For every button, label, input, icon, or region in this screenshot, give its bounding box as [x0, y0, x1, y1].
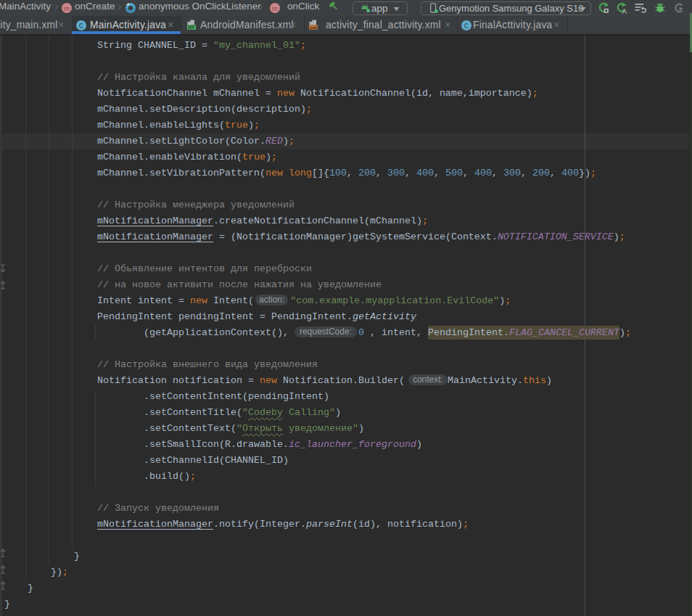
svg-text:m: m [64, 4, 70, 12]
svg-text:A: A [622, 7, 627, 15]
svg-text:xml: xml [310, 25, 318, 30]
svg-text:C: C [464, 22, 469, 30]
svg-text:C: C [79, 22, 83, 30]
svg-text:m: m [272, 4, 278, 12]
svg-text:MF: MF [188, 25, 195, 30]
